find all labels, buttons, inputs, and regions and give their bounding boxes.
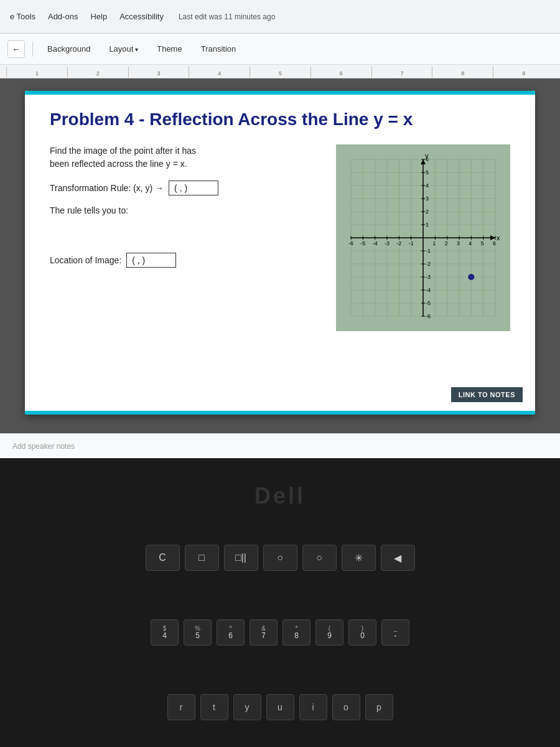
ruler-mark-2: 2 xyxy=(67,67,128,78)
key-7[interactable]: & 7 xyxy=(250,619,278,646)
last-edit-text: Last edit was 11 minutes ago xyxy=(179,12,275,21)
key-c[interactable]: C xyxy=(146,545,180,571)
key-o-label: o xyxy=(343,702,348,712)
key-i[interactable]: i xyxy=(299,694,327,720)
key-circle2-icon: ○ xyxy=(316,552,322,563)
ruler: 1 2 3 4 5 6 7 8 9 xyxy=(0,65,560,78)
key-4-bottom: 4 xyxy=(162,632,167,639)
toolbar: ← Background Layout Theme Transition xyxy=(0,34,560,65)
key-t[interactable]: t xyxy=(200,694,228,720)
key-windowpause[interactable]: □|| xyxy=(224,545,258,571)
transformation-rule-row: Transformation Rule: (x, y) → ( , ) xyxy=(50,181,324,195)
slide: Problem 4 - Reflection Across the Line y… xyxy=(25,91,535,415)
location-label: Location of Image: xyxy=(50,255,121,265)
key-brightness-icon: ✳ xyxy=(355,552,363,564)
key-r[interactable]: r xyxy=(167,694,195,720)
body-text: Find the image of the point after it has… xyxy=(50,144,324,171)
ruler-mark-8: 8 xyxy=(432,67,493,78)
key-window[interactable]: □ xyxy=(185,545,219,571)
key-minus[interactable]: _ - xyxy=(381,619,409,646)
key-0[interactable]: ) 0 xyxy=(348,619,376,646)
key-u-label: u xyxy=(278,702,282,712)
key-7-bottom: 7 xyxy=(261,632,266,639)
key-p[interactable]: p xyxy=(365,694,393,720)
link-to-notes-button[interactable]: LINK TO NOTES xyxy=(451,387,523,402)
key-8-bottom: 8 xyxy=(294,632,299,639)
dell-logo: Dell xyxy=(254,483,306,509)
key-window-icon: □ xyxy=(198,552,205,563)
keyboard-row-letters: r t y u i o p xyxy=(25,694,535,720)
menu-bar: e Tools Add-ons Help Accessibility Last … xyxy=(0,0,560,34)
keyboard-row-numbers: $ 4 % 5 ^ 6 & 7 * 8 ( 9 ) 0 _ - xyxy=(25,619,535,646)
body-line1: Find the image of the point after it has xyxy=(50,146,196,156)
transformation-input[interactable]: ( , ) xyxy=(169,181,218,195)
transformation-value: ( , ) xyxy=(174,183,187,193)
key-c-icon: C xyxy=(159,552,166,563)
key-p-label: p xyxy=(376,702,381,712)
rule-text: The rule tells you to: xyxy=(50,205,324,215)
key-8[interactable]: * 8 xyxy=(282,619,310,646)
speaker-notes-placeholder: Add speaker notes xyxy=(12,442,75,451)
slide-content: Problem 4 - Reflection Across the Line y… xyxy=(25,91,535,344)
key-circle1[interactable]: ○ xyxy=(263,545,297,571)
menu-help[interactable]: Help xyxy=(85,9,112,24)
ruler-mark-3: 3 xyxy=(128,67,189,78)
coordinate-grid-container xyxy=(336,144,510,331)
key-t-label: t xyxy=(213,702,215,712)
ruler-marks: 1 2 3 4 5 6 7 8 9 xyxy=(6,67,554,78)
key-brightness[interactable]: ✳ xyxy=(342,545,376,571)
key-back-icon: ◀ xyxy=(394,552,401,564)
location-value: ( , ) xyxy=(132,255,145,265)
slide-body: Find the image of the point after it has… xyxy=(50,144,510,331)
key-5[interactable]: % 5 xyxy=(184,619,212,646)
transition-button[interactable]: Transition xyxy=(194,40,243,57)
keyboard-area: Dell C □ □|| ○ ○ ✳ ◀ $ 4 % 5 xyxy=(0,458,560,747)
menu-accessibility[interactable]: Accessibility xyxy=(114,9,169,24)
key-5-bottom: 5 xyxy=(195,632,200,639)
slide-left-column: Find the image of the point after it has… xyxy=(50,144,324,331)
toolbar-divider-1 xyxy=(32,42,33,57)
key-6-bottom: 6 xyxy=(228,632,233,639)
speaker-notes-area[interactable]: Add speaker notes xyxy=(0,433,560,458)
key-y[interactable]: y xyxy=(233,694,261,720)
key-u[interactable]: u xyxy=(266,694,294,720)
key-r-label: r xyxy=(180,702,183,712)
ruler-mark-5: 5 xyxy=(250,67,310,78)
key-i-label: i xyxy=(312,702,314,712)
undo-icon-button[interactable]: ← xyxy=(7,40,25,58)
ruler-mark-7: 7 xyxy=(371,67,432,78)
key-circle1-icon: ○ xyxy=(277,552,283,563)
background-button[interactable]: Background xyxy=(40,40,97,57)
coordinate-grid xyxy=(336,144,510,331)
key-back[interactable]: ◀ xyxy=(381,545,415,571)
location-row: Location of Image: ( , ) xyxy=(50,253,324,268)
keyboard-row-function: C □ □|| ○ ○ ✳ ◀ xyxy=(25,545,535,571)
layout-button[interactable]: Layout xyxy=(102,40,145,57)
menu-tools[interactable]: e Tools xyxy=(5,9,40,24)
theme-button[interactable]: Theme xyxy=(150,40,189,57)
key-9-bottom: 9 xyxy=(327,632,332,639)
slide-title: Problem 4 - Reflection Across the Line y… xyxy=(50,110,510,129)
key-9[interactable]: ( 9 xyxy=(315,619,343,646)
ruler-mark-6: 6 xyxy=(310,67,371,78)
slide-area: Problem 4 - Reflection Across the Line y… xyxy=(0,78,560,433)
key-0-bottom: 0 xyxy=(360,632,365,639)
ruler-mark-9: 9 xyxy=(493,67,554,78)
ruler-mark-1: 1 xyxy=(6,67,67,78)
menu-addons[interactable]: Add-ons xyxy=(43,9,83,24)
key-6[interactable]: ^ 6 xyxy=(217,619,245,646)
key-windowpause-icon: □|| xyxy=(235,552,246,563)
key-y-label: y xyxy=(245,702,250,712)
key-4[interactable]: $ 4 xyxy=(151,619,179,646)
ruler-mark-4: 4 xyxy=(189,67,250,78)
transformation-label: Transformation Rule: (x, y) → xyxy=(50,183,164,193)
body-line2: been reflected across the line y = x. xyxy=(50,159,187,169)
key-minus-bottom: - xyxy=(394,632,397,639)
location-input[interactable]: ( , ) xyxy=(126,253,176,268)
key-o[interactable]: o xyxy=(332,694,360,720)
key-circle2[interactable]: ○ xyxy=(302,545,337,571)
slide-bottom-accent-bar xyxy=(25,411,535,415)
